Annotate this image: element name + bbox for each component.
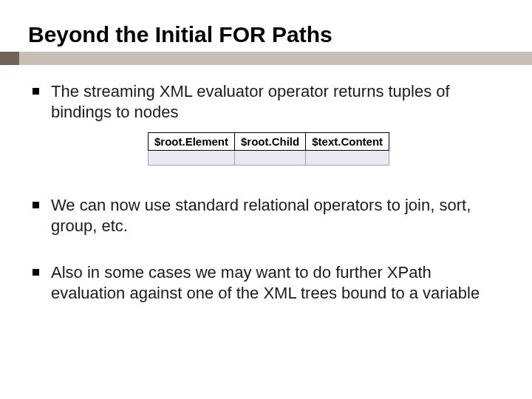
bullet-item: The streaming XML evaluator operator ret…	[33, 81, 499, 122]
title-underline	[0, 52, 532, 65]
bullet-item: Also in some cases we may want to do fur…	[33, 262, 499, 303]
table-cell	[306, 151, 389, 166]
table-header-cell: $root.Child	[235, 133, 306, 151]
square-bullet-icon	[33, 88, 39, 95]
table-cell	[235, 151, 306, 166]
square-bullet-icon	[33, 269, 39, 276]
slide-title: Beyond the Initial FOR Paths	[0, 22, 532, 52]
bullet-text: We can now use standard relational opera…	[51, 195, 499, 236]
bullet-item: We can now use standard relational opera…	[33, 195, 499, 236]
bindings-table: $root.Element $root.Child $text.Content	[148, 132, 389, 166]
table-header-cell: $root.Element	[149, 133, 235, 151]
table-cell	[149, 151, 235, 166]
square-bullet-icon	[33, 202, 39, 208]
slide-content: The streaming XML evaluator operator ret…	[0, 65, 532, 303]
table-header-row: $root.Element $root.Child $text.Content	[149, 133, 389, 151]
slide: Beyond the Initial FOR Paths The streami…	[0, 0, 532, 399]
bindings-table-wrap: $root.Element $root.Child $text.Content	[148, 132, 499, 166]
bullet-text: The streaming XML evaluator operator ret…	[51, 81, 499, 122]
table-row	[149, 151, 389, 166]
table-header-cell: $text.Content	[306, 133, 389, 151]
title-underline-accent	[0, 52, 19, 65]
bullet-text: Also in some cases we may want to do fur…	[51, 262, 499, 303]
